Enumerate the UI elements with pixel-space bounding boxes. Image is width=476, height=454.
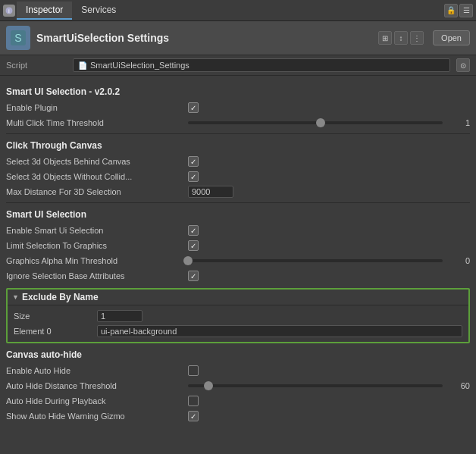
svg-text:S: S (14, 32, 21, 44)
prop-select-3d-behind: Select 3d Objects Behind Canvas (6, 154, 470, 169)
prop-graphics-alpha: Graphics Alpha Min Threshold 0 (6, 253, 470, 268)
prop-graphics-alpha-label: Graphics Alpha Min Threshold (6, 256, 188, 265)
multi-click-slider-container: 1 (188, 118, 470, 127)
enable-smart-ui-checkbox[interactable] (188, 225, 199, 236)
auto-hide-distance-slider-thumb[interactable] (204, 381, 213, 390)
inspector-content: Smart UI Selection - v2.0.2 Enable Plugi… (0, 76, 476, 448)
exclude-size-label: Size (14, 312, 97, 321)
enable-plugin-checkbox[interactable] (188, 102, 199, 113)
section-click-through-title: Click Through Canvas (6, 140, 470, 151)
multi-click-slider-track[interactable] (188, 121, 443, 124)
svg-text:i: i (8, 8, 10, 14)
limit-selection-checkbox[interactable] (188, 240, 199, 251)
asset-icon: S (6, 26, 30, 50)
prop-limit-selection: Limit Selection To Graphics (6, 238, 470, 253)
header-icon-material[interactable]: ⊞ (378, 31, 392, 45)
prop-enable-auto-hide-label: Enable Auto Hide (6, 366, 188, 375)
header-icon-more[interactable]: ⋮ (410, 31, 424, 45)
graphics-alpha-slider-container: 0 (188, 256, 470, 265)
prop-auto-hide-playback: Auto Hide During Playback (6, 393, 470, 409)
prop-enable-auto-hide: Enable Auto Hide (6, 363, 470, 378)
enable-auto-hide-checkbox[interactable] (188, 365, 199, 376)
prop-auto-hide-distance-label: Auto Hide Distance Threshold (6, 381, 188, 390)
prop-max-distance-label: Max Distance For 3D Selection (6, 187, 188, 196)
divider-2 (6, 202, 470, 203)
graphics-alpha-slider-track[interactable] (188, 259, 443, 262)
multi-click-slider-val: 1 (447, 118, 470, 127)
prop-enable-smart-ui: Enable Smart Ui Selection (6, 223, 470, 238)
script-field[interactable]: 📄 SmartUiSelection_Settings (73, 58, 450, 72)
canvas-auto-hide-section: Canvas auto-hide Enable Auto Hide Auto H… (6, 349, 470, 424)
tab-bar: i Inspector Services 🔒 ☰ (0, 0, 476, 21)
prop-enable-smart-ui-label: Enable Smart Ui Selection (6, 226, 188, 235)
header-icons: ⊞ ↕ ⋮ (378, 31, 424, 45)
prop-ignore-selection-label: Ignore Selection Base Attributes (6, 271, 188, 280)
prop-enable-plugin-label: Enable Plugin (6, 103, 188, 112)
exclude-size-val (97, 310, 462, 322)
tab-settings-btn[interactable]: ☰ (459, 4, 473, 17)
script-end-btn[interactable]: ⊙ (456, 58, 470, 72)
auto-hide-distance-slider-track[interactable] (188, 384, 443, 387)
exclude-size-input[interactable] (97, 310, 142, 322)
max-distance-input[interactable] (188, 186, 233, 198)
object-title: SmartUiSelection Settings (36, 32, 372, 44)
prop-auto-hide-playback-label: Auto Hide During Playback (6, 396, 188, 405)
script-label: Script (6, 61, 67, 70)
script-file-icon: 📄 (78, 61, 87, 70)
exclude-element-val (97, 325, 462, 337)
auto-hide-distance-slider-container: 60 (188, 381, 470, 390)
select-3d-without-checkbox[interactable] (188, 171, 199, 182)
script-row: Script 📄 SmartUiSelection_Settings ⊙ (0, 55, 476, 76)
exclude-element-input[interactable] (97, 325, 462, 337)
exclude-header: ▼ Exclude By Name (8, 290, 468, 305)
graphics-alpha-slider-val: 0 (447, 256, 470, 265)
prop-show-warning-gizmo: Show Auto Hide Warning Gizmo (6, 409, 470, 424)
tab-services[interactable]: Services (72, 2, 125, 20)
section-smart-ui-title: Smart UI Selection (6, 209, 470, 220)
section-canvas-hide-title: Canvas auto-hide (6, 349, 470, 360)
auto-hide-distance-slider-val: 60 (447, 381, 470, 390)
exclude-element-row: Element 0 (14, 324, 462, 339)
prop-multi-click-label: Multi Click Time Threshold (6, 118, 188, 127)
multi-click-slider-thumb[interactable] (316, 118, 325, 127)
prop-auto-hide-distance: Auto Hide Distance Threshold 60 (6, 378, 470, 393)
exclude-element-label: Element 0 (14, 327, 97, 336)
show-warning-gizmo-checkbox[interactable] (188, 411, 199, 421)
object-header: S SmartUiSelection Settings ⊞ ↕ ⋮ Open (0, 21, 476, 55)
prop-select-3d-behind-label: Select 3d Objects Behind Canvas (6, 157, 188, 166)
ignore-selection-checkbox[interactable] (188, 271, 199, 281)
prop-ignore-selection: Ignore Selection Base Attributes (6, 268, 470, 283)
prop-max-distance: Max Distance For 3D Selection (6, 184, 470, 199)
tab-bar-actions: 🔒 ☰ (444, 4, 473, 17)
prop-multi-click: Multi Click Time Threshold 1 (6, 115, 470, 130)
prop-limit-selection-label: Limit Selection To Graphics (6, 241, 188, 250)
exclude-header-label: Exclude By Name (22, 292, 99, 302)
exclude-chevron-icon: ▼ (12, 293, 19, 301)
select-3d-behind-checkbox[interactable] (188, 156, 199, 167)
section-smart-ui-v2-title: Smart UI Selection - v2.0.2 (6, 86, 470, 97)
exclude-by-name-section: ▼ Exclude By Name Size Element 0 (6, 288, 470, 343)
divider-1 (6, 133, 470, 134)
prop-enable-plugin: Enable Plugin (6, 100, 470, 115)
header-icon-layout[interactable]: ↕ (394, 31, 408, 45)
auto-hide-playback-checkbox[interactable] (188, 396, 199, 406)
tab-inspector[interactable]: Inspector (17, 2, 72, 20)
tab-lock-btn[interactable]: 🔒 (444, 4, 458, 17)
inspector-icon: i (3, 5, 15, 17)
open-button[interactable]: Open (433, 30, 470, 45)
exclude-body: Size Element 0 (8, 305, 468, 342)
exclude-size-row: Size (14, 308, 462, 324)
prop-show-warning-gizmo-label: Show Auto Hide Warning Gizmo (6, 412, 188, 421)
script-file-name: SmartUiSelection_Settings (90, 61, 189, 70)
prop-select-3d-without-label: Select 3d Objects Without Collid... (6, 172, 188, 181)
prop-select-3d-without: Select 3d Objects Without Collid... (6, 169, 470, 184)
graphics-alpha-slider-thumb[interactable] (183, 256, 193, 265)
